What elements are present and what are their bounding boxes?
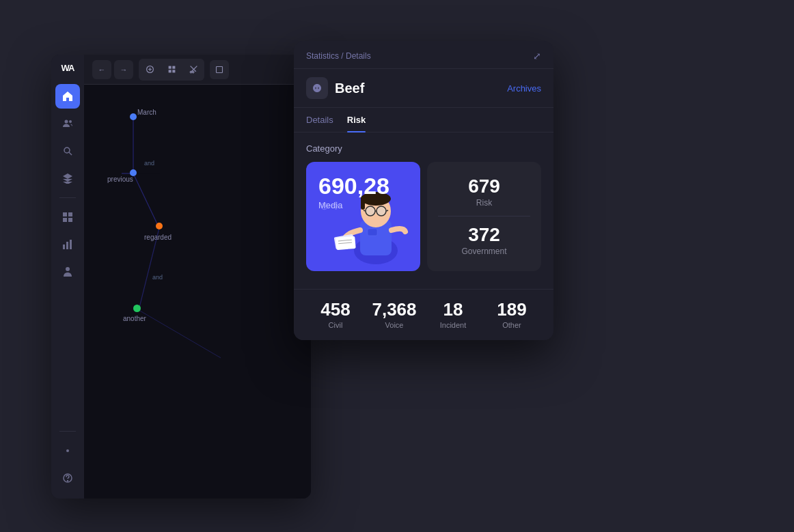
svg-point-23 <box>192 71 193 72</box>
svg-line-3 <box>69 152 72 155</box>
stats-body: Category 690,28 Media ⊕ ✛ <box>294 132 553 289</box>
svg-text:and: and <box>152 274 163 281</box>
svg-point-2 <box>64 148 70 153</box>
voice-number: 7,368 <box>365 300 424 318</box>
svg-rect-42 <box>368 229 377 236</box>
svg-point-12 <box>66 449 69 452</box>
svg-line-29 <box>139 310 221 358</box>
svg-rect-10 <box>70 240 72 249</box>
other-stat: 189 Other <box>482 300 541 329</box>
svg-point-0 <box>65 120 68 124</box>
right-stats-card: 679 Risk 372 Government <box>427 162 541 271</box>
incident-label: Incident <box>424 321 482 329</box>
stat-divider <box>438 216 530 216</box>
app-logo: WA <box>61 63 74 73</box>
stats-tabs: Details Risk <box>294 108 553 132</box>
svg-point-14 <box>68 481 68 481</box>
sidebar: WA <box>51 55 84 499</box>
other-label: Other <box>482 321 541 329</box>
risk-label: Risk <box>438 198 530 208</box>
tool-cut-button[interactable] <box>184 60 203 79</box>
sidebar-divider-2 <box>59 431 76 432</box>
government-number: 372 <box>438 225 530 244</box>
risk-stat: 679 Risk <box>438 177 530 208</box>
svg-point-11 <box>66 267 70 271</box>
svg-text:and: and <box>144 160 154 167</box>
nav-forward-button[interactable]: → <box>114 60 133 79</box>
tool-layers-button[interactable] <box>162 60 181 79</box>
node-march <box>130 113 137 120</box>
government-stat: 372 Government <box>438 225 530 256</box>
main-content: ← → <box>84 55 311 499</box>
svg-rect-18 <box>168 66 171 69</box>
stats-title-row: Beef Archives <box>294 69 553 108</box>
svg-rect-8 <box>63 244 65 249</box>
svg-point-22 <box>190 71 191 72</box>
expand-button[interactable]: ⤢ <box>533 51 541 61</box>
canvas-svg: and and <box>84 85 311 499</box>
canvas-area[interactable]: and and March previous regarded another <box>84 85 311 499</box>
app-window: WA <box>51 55 311 499</box>
voice-label: Voice <box>365 321 424 329</box>
government-label: Government <box>438 247 530 256</box>
svg-rect-4 <box>63 212 67 216</box>
svg-line-27 <box>133 173 159 228</box>
node-another <box>133 305 141 312</box>
entity-icon <box>306 77 328 99</box>
sidebar-item-users[interactable] <box>55 111 80 136</box>
sidebar-item-search[interactable] <box>55 139 80 163</box>
sidebar-item-chart[interactable] <box>55 232 80 257</box>
stats-panel: Statistics / Details ⤢ Beef Archives Det… <box>294 41 553 340</box>
sidebar-item-grid[interactable] <box>55 205 80 229</box>
svg-rect-5 <box>68 212 72 216</box>
sidebar-divider-1 <box>59 197 76 198</box>
toolbar: ← → <box>84 55 311 85</box>
toolbar-tools <box>139 59 204 81</box>
category-label: Category <box>306 143 541 154</box>
toolbar-nav: ← → <box>92 60 133 79</box>
risk-number: 679 <box>438 177 530 196</box>
svg-point-1 <box>69 120 72 123</box>
tool-add-button[interactable] <box>140 60 159 79</box>
stats-breadcrumb: Statistics / Details <box>306 51 371 61</box>
stats-title-left: Beef <box>306 77 364 99</box>
entity-name: Beef <box>335 81 364 96</box>
incident-number: 18 <box>424 300 482 318</box>
stats-panel-header: Statistics / Details ⤢ <box>294 41 553 69</box>
node-previous-label: previous <box>107 176 133 183</box>
svg-rect-7 <box>68 218 72 222</box>
civil-number: 458 <box>306 300 365 318</box>
tool-save-button[interactable] <box>210 60 229 79</box>
archives-link[interactable]: Archives <box>507 83 541 94</box>
node-regarded-label: regarded <box>144 234 172 241</box>
node-regarded <box>156 223 163 229</box>
media-number: 690,28 <box>318 174 408 197</box>
media-card: 690,28 Media ⊕ ✛ <box>306 162 420 271</box>
sidebar-item-layers[interactable] <box>55 166 80 191</box>
sidebar-item-help[interactable] <box>55 466 80 490</box>
incident-stat: 18 Incident <box>424 300 482 329</box>
nav-back-button[interactable]: ← <box>92 60 111 79</box>
sidebar-item-home[interactable] <box>55 84 80 109</box>
tab-details[interactable]: Details <box>306 108 333 132</box>
category-grid: 690,28 Media ⊕ ✛ <box>306 162 541 271</box>
svg-line-40 <box>364 210 366 211</box>
svg-rect-19 <box>172 66 175 69</box>
svg-rect-9 <box>66 242 68 249</box>
tab-risk[interactable]: Risk <box>347 108 366 132</box>
svg-rect-6 <box>63 218 67 222</box>
svg-rect-21 <box>172 70 175 72</box>
civil-label: Civil <box>306 321 365 329</box>
voice-stat: 7,368 Voice <box>365 300 424 329</box>
node-march-label: March <box>137 109 156 116</box>
svg-line-41 <box>386 210 388 211</box>
bottom-stats: 458 Civil 7,368 Voice 18 Incident 189 Ot… <box>294 289 553 340</box>
svg-rect-24 <box>217 66 223 72</box>
sidebar-item-settings[interactable] <box>55 438 80 463</box>
node-another-label: another <box>123 315 146 322</box>
civil-stat: 458 Civil <box>306 300 365 329</box>
svg-rect-20 <box>168 70 171 72</box>
sidebar-item-person[interactable] <box>55 260 80 284</box>
other-number: 189 <box>482 300 541 318</box>
